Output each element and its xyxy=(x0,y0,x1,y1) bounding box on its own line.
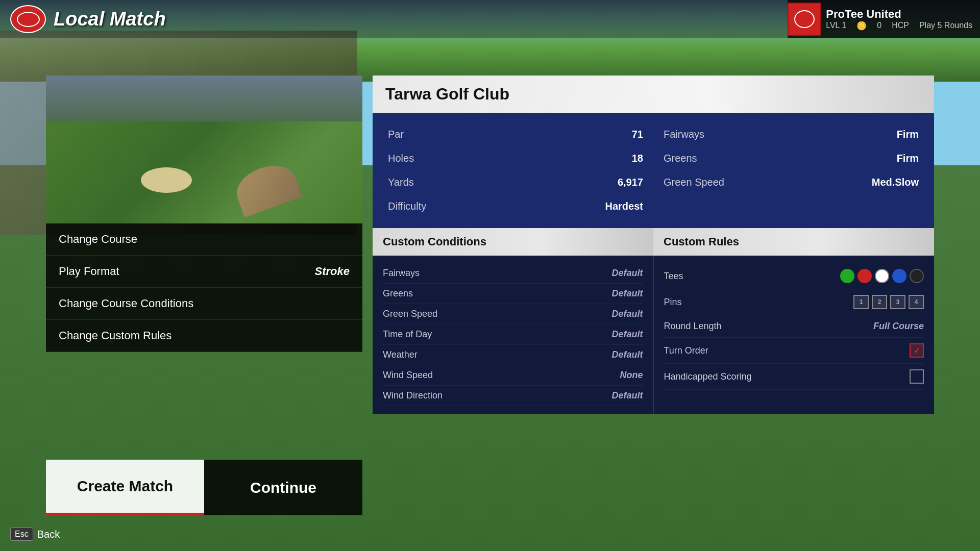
menu-item-change-conditions[interactable]: Change Course Conditions xyxy=(46,288,362,320)
condition-greens: Greens Default xyxy=(383,284,643,304)
handicapped-scoring-label: Handicapped Scoring xyxy=(664,371,752,382)
conditions-content: Fairways Default Greens Default Green Sp… xyxy=(373,256,653,414)
tee-red[interactable] xyxy=(857,269,872,283)
rules-content: Tees Pins 1 2 3 4 xyxy=(654,256,935,397)
play-format-label: Play Format xyxy=(59,265,119,278)
esc-badge: Esc xyxy=(10,528,33,541)
condition-time-label: Time of Day xyxy=(383,329,432,340)
condition-greens-label: Greens xyxy=(383,288,413,299)
user-hcp: HCP xyxy=(892,21,909,31)
tees-label: Tees xyxy=(664,271,683,282)
condition-weather-value: Default xyxy=(611,349,643,360)
difficulty-label: Difficulty xyxy=(388,201,426,212)
back-button[interactable]: Esc Back xyxy=(10,528,60,541)
round-length-value: Full Course xyxy=(873,321,924,332)
greens-value: Firm xyxy=(897,153,919,164)
back-label: Back xyxy=(37,529,60,540)
rules-turn-order-row: Turn Order ✓ xyxy=(664,338,924,364)
stat-row-difficulty: Difficulty Hardest xyxy=(388,197,643,215)
bottom-buttons: Create Match Continue xyxy=(46,460,362,515)
condition-weather-label: Weather xyxy=(383,349,418,360)
green-speed-label: Green Speed xyxy=(664,177,724,188)
menu-item-change-course[interactable]: Change Course xyxy=(46,223,362,256)
condition-weather: Weather Default xyxy=(383,345,643,365)
change-conditions-label: Change Course Conditions xyxy=(59,297,193,310)
yards-label: Yards xyxy=(388,177,414,188)
fairways-value: Firm xyxy=(897,129,919,140)
stat-row-fairways: Fairways Firm xyxy=(664,126,919,143)
yards-value: 6,917 xyxy=(618,177,643,188)
condition-wind-speed: Wind Speed None xyxy=(383,365,643,386)
user-info-panel: ProTee United LVL 1 🪙 0 HCP Play 5 Round… xyxy=(788,0,980,38)
condition-fairways-label: Fairways xyxy=(383,268,420,279)
condition-fairways-value: Default xyxy=(611,268,643,279)
logo-inner xyxy=(17,12,40,27)
course-stats-grid: Par 71 Fairways Firm Holes 18 Greens Fir… xyxy=(388,126,919,215)
tees-controls xyxy=(840,269,924,283)
par-label: Par xyxy=(388,129,404,140)
stat-row-par: Par 71 xyxy=(388,126,643,143)
condition-wind-speed-value: None xyxy=(620,370,643,381)
panels-row: Fairways Default Greens Default Green Sp… xyxy=(373,256,934,414)
pin-1[interactable]: 1 xyxy=(853,295,869,309)
stat-row-green-speed: Green Speed Med.Slow xyxy=(664,173,919,191)
panels-header-row: Custom Conditions Custom Rules xyxy=(373,228,934,256)
green-speed-value: Med.Slow xyxy=(872,177,919,188)
condition-time-of-day: Time of Day Default xyxy=(383,324,643,345)
app-logo xyxy=(10,5,46,33)
tee-black[interactable] xyxy=(910,269,924,283)
course-preview-image xyxy=(46,76,362,223)
rules-panel-header: Custom Rules xyxy=(653,228,934,256)
checkmark-icon: ✓ xyxy=(913,345,921,356)
condition-wind-direction: Wind Direction Default xyxy=(383,386,643,406)
conditions-panel-header: Custom Conditions xyxy=(373,228,653,256)
course-header: Tarwa Golf Club xyxy=(373,76,934,113)
stat-row-spacer xyxy=(664,197,919,215)
rules-pins-row: Pins 1 2 3 4 xyxy=(664,289,924,315)
app-title: Local Match xyxy=(54,8,166,30)
tee-white[interactable] xyxy=(875,269,889,283)
condition-fairways: Fairways Default xyxy=(383,263,643,284)
user-details: ProTee United LVL 1 🪙 0 HCP Play 5 Round… xyxy=(826,8,972,31)
course-name: Tarwa Golf Club xyxy=(385,85,509,104)
left-panel: Change Course Play Format Stroke Change … xyxy=(46,76,362,352)
condition-wind-speed-label: Wind Speed xyxy=(383,370,433,381)
condition-green-speed: Green Speed Default xyxy=(383,304,643,324)
rules-tees-row: Tees xyxy=(664,263,924,289)
holes-label: Holes xyxy=(388,153,414,164)
user-avatar xyxy=(794,10,815,28)
conditions-panel: Fairways Default Greens Default Green Sp… xyxy=(373,256,653,414)
menu-items-list: Change Course Play Format Stroke Change … xyxy=(46,223,362,352)
menu-item-play-format[interactable]: Play Format Stroke xyxy=(46,256,362,288)
handicapped-scoring-checkbox[interactable] xyxy=(910,369,924,384)
rules-round-length-row: Round Length Full Course xyxy=(664,315,924,338)
condition-green-speed-label: Green Speed xyxy=(383,309,437,319)
course-stats-panel: Par 71 Fairways Firm Holes 18 Greens Fir… xyxy=(373,113,934,228)
tee-blue[interactable] xyxy=(892,269,906,283)
par-value: 71 xyxy=(632,129,643,140)
user-coins: 0 xyxy=(877,21,881,31)
turn-order-checkbox[interactable]: ✓ xyxy=(910,343,924,358)
top-header: Local Match ProTee United LVL 1 🪙 0 HCP … xyxy=(0,0,980,38)
play-format-value: Stroke xyxy=(315,265,350,278)
condition-wind-dir-label: Wind Direction xyxy=(383,390,443,401)
change-rules-label: Change Custom Rules xyxy=(59,329,172,342)
continue-button[interactable]: Continue xyxy=(204,460,362,515)
menu-item-change-rules[interactable]: Change Custom Rules xyxy=(46,320,362,352)
stat-row-holes: Holes 18 xyxy=(388,149,643,167)
pin-3[interactable]: 3 xyxy=(890,295,905,309)
logo-area: Local Match xyxy=(10,5,166,33)
holes-value: 18 xyxy=(632,153,643,164)
difficulty-value: Hardest xyxy=(605,201,643,212)
condition-green-speed-value: Default xyxy=(611,309,643,319)
rules-handicapped-scoring-row: Handicapped Scoring xyxy=(664,364,924,390)
user-stats: LVL 1 🪙 0 HCP Play 5 Rounds xyxy=(826,21,972,31)
greens-label: Greens xyxy=(664,153,697,164)
tee-green[interactable] xyxy=(840,269,854,283)
user-name: ProTee United xyxy=(826,8,972,21)
pin-2[interactable]: 2 xyxy=(872,295,887,309)
pin-4[interactable]: 4 xyxy=(909,295,924,309)
create-match-button[interactable]: Create Match xyxy=(46,460,204,515)
user-rounds: Play 5 Rounds xyxy=(919,21,972,31)
condition-time-value: Default xyxy=(611,329,643,340)
